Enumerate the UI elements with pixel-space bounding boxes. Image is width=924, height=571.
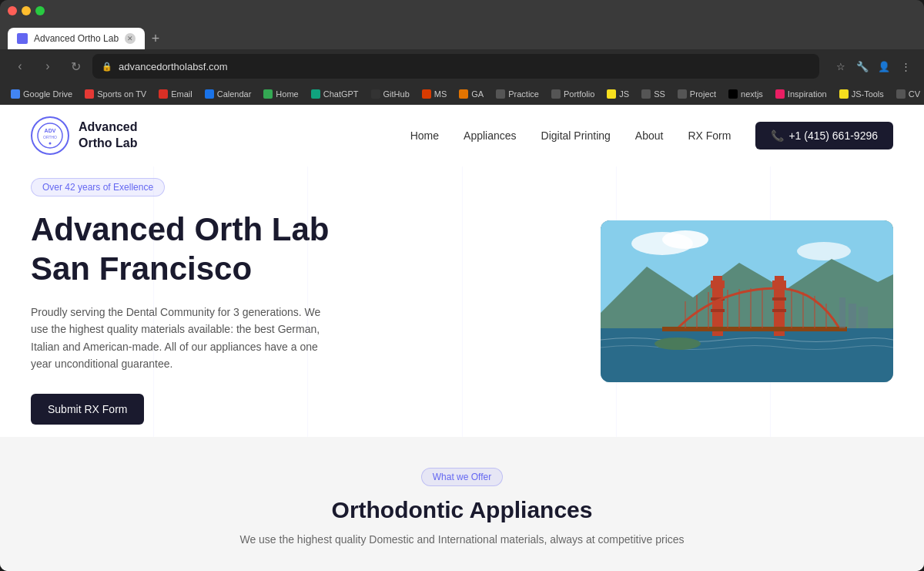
golden-gate-image: [601, 220, 893, 382]
logo-area: ADV ORTHO AdvancedOrtho Lab: [31, 116, 137, 155]
extensions-icon[interactable]: 🔧: [853, 57, 872, 76]
bookmark-jstools-icon: [839, 89, 849, 99]
address-bar: ‹ › ↻ 🔒 advancedortholabsf.com ☆ 🔧 👤 ⋮: [0, 49, 924, 83]
hero-badge: Over 42 years of Exellence: [31, 178, 165, 196]
bookmark-cv[interactable]: CV: [893, 88, 923, 100]
bookmark-js-icon: [607, 89, 616, 99]
bookmark-practice[interactable]: Practice: [493, 88, 542, 100]
svg-rect-15: [775, 276, 784, 282]
svg-text:ADV: ADV: [45, 128, 56, 133]
hero-title: Advanced Orth Lab San Francisco: [31, 210, 570, 288]
bookmark-ss-icon: [641, 89, 651, 99]
new-tab-button[interactable]: +: [145, 28, 166, 49]
bookmark-github[interactable]: GitHub: [368, 88, 413, 100]
nav-link-about[interactable]: About: [635, 129, 664, 142]
bookmark-ga[interactable]: GA: [456, 88, 487, 100]
bookmark-portfolio[interactable]: Portfolio: [548, 88, 598, 100]
bookmarks-bar: Google Drive Sports on TV Email Calendar…: [0, 83, 924, 105]
nav-link-rx-form[interactable]: RX Form: [688, 129, 731, 142]
bookmark-ss[interactable]: SS: [638, 88, 668, 100]
forward-button[interactable]: ›: [37, 55, 59, 77]
active-tab[interactable]: Advanced Ortho Lab ✕: [8, 28, 145, 49]
url-text: advancedortholabsf.com: [119, 61, 228, 72]
bookmark-home-icon: [263, 89, 273, 99]
svg-rect-9: [601, 328, 893, 382]
phone-cta-button[interactable]: 📞 +1 (415) 661-9296: [755, 122, 893, 149]
nav-link-home[interactable]: Home: [410, 129, 439, 142]
tab-title: Advanced Ortho Lab: [34, 33, 119, 44]
bookmark-inspiration[interactable]: Inspiration: [772, 88, 830, 100]
bookmark-email[interactable]: Email: [156, 88, 196, 100]
bookmark-calendar[interactable]: Calendar: [202, 88, 255, 100]
svg-rect-17: [772, 297, 786, 301]
svg-point-6: [662, 230, 708, 249]
bookmark-js[interactable]: JS: [604, 88, 632, 100]
lock-icon: 🔒: [102, 62, 112, 72]
logo-svg: ADV ORTHO: [36, 122, 64, 149]
website-content: ADV ORTHO AdvancedOrtho Lab Home Applian…: [0, 105, 924, 571]
navbar: ADV ORTHO AdvancedOrtho Lab Home Applian…: [0, 105, 924, 166]
svg-rect-18: [711, 309, 725, 312]
offers-section: What we Offer Orthodontic Appliances We …: [0, 437, 924, 571]
close-button[interactable]: [8, 6, 17, 15]
svg-point-32: [654, 338, 701, 350]
bookmark-github-icon: [371, 89, 380, 99]
offers-title: Orthodontic Appliances: [31, 497, 893, 523]
bookmark-ga-icon: [459, 89, 468, 99]
bookmark-project-icon: [678, 89, 687, 99]
svg-rect-20: [662, 327, 847, 331]
svg-rect-19: [772, 309, 786, 312]
bookmark-practice-icon: [496, 89, 505, 99]
bookmark-calendar-icon: [205, 89, 214, 99]
bookmark-portfolio-icon: [551, 89, 561, 99]
tab-close-icon[interactable]: ✕: [125, 33, 136, 44]
submit-rx-button[interactable]: Submit RX Form: [31, 394, 144, 425]
title-bar: [0, 0, 924, 22]
logo-circle: ADV ORTHO: [31, 116, 69, 155]
url-bar[interactable]: 🔒 advancedortholabsf.com: [92, 54, 819, 79]
bookmark-project[interactable]: Project: [675, 88, 719, 100]
logo-text: AdvancedOrtho Lab: [79, 119, 137, 152]
svg-text:ORTHO: ORTHO: [43, 135, 57, 139]
back-button[interactable]: ‹: [9, 55, 31, 77]
offers-description: We use the highest quality Domestic and …: [31, 531, 893, 548]
bookmark-jstools[interactable]: JS-Tools: [836, 88, 887, 100]
bookmark-ms-icon: [422, 89, 431, 99]
bookmark-nextjs-icon: [728, 89, 738, 99]
offers-badge: What we Offer: [421, 468, 503, 486]
bookmark-chatgpt-icon: [311, 89, 320, 99]
svg-rect-33: [839, 297, 845, 328]
svg-rect-34: [849, 304, 856, 328]
hero-left: Over 42 years of Exellence Advanced Orth…: [31, 178, 601, 425]
browser-window: Advanced Ortho Lab ✕ + ‹ › ↻ 🔒 advancedo…: [0, 0, 924, 571]
bookmark-inspiration-icon: [775, 89, 785, 99]
toolbar-icons: ☆ 🔧 👤 ⋮: [832, 57, 915, 76]
minimize-button[interactable]: [22, 6, 31, 15]
nav-link-digital-printing[interactable]: Digital Printing: [541, 129, 611, 142]
reload-button[interactable]: ↻: [65, 55, 86, 77]
bookmark-cv-icon: [896, 89, 906, 99]
bookmark-google-drive[interactable]: Google Drive: [8, 88, 75, 100]
menu-icon[interactable]: ⋮: [896, 57, 915, 76]
svg-rect-14: [713, 276, 722, 282]
svg-rect-35: [859, 307, 868, 328]
bookmark-google-drive-icon: [11, 89, 20, 99]
nav-links: Home Appliances Digital Printing About R…: [410, 129, 732, 142]
bookmark-sports-icon: [85, 89, 94, 99]
profile-icon[interactable]: 👤: [875, 57, 893, 76]
bookmark-email-icon: [159, 89, 168, 99]
bookmark-ms[interactable]: MS: [419, 88, 450, 100]
tab-bar: Advanced Ortho Lab ✕ +: [0, 22, 924, 49]
hero-description: Proudly serving the Dental Community for…: [31, 304, 323, 373]
svg-point-7: [797, 242, 851, 260]
fullscreen-button[interactable]: [35, 6, 45, 15]
bookmark-nextjs[interactable]: nextjs: [725, 88, 766, 100]
golden-gate-svg: [601, 220, 893, 382]
bookmark-sports[interactable]: Sports on TV: [82, 88, 149, 100]
bookmark-icon[interactable]: ☆: [832, 57, 850, 76]
bookmark-chatgpt[interactable]: ChatGPT: [308, 88, 362, 100]
nav-link-appliances[interactable]: Appliances: [464, 129, 517, 142]
svg-point-3: [49, 143, 52, 145]
hero-section: Over 42 years of Exellence Advanced Orth…: [0, 166, 924, 437]
bookmark-home[interactable]: Home: [260, 88, 301, 100]
